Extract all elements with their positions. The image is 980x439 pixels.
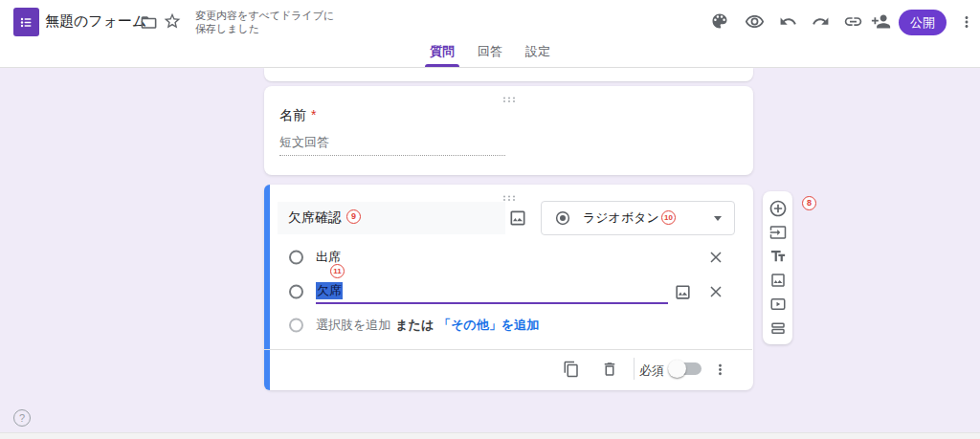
publish-button[interactable]: 公開	[899, 10, 947, 35]
add-image-icon[interactable]	[768, 270, 789, 291]
question-card-active[interactable]: 欠席確認 ラジオボタン 出席 欠席	[264, 185, 753, 390]
remove-option-icon[interactable]	[706, 248, 725, 267]
copy-link-icon[interactable]	[841, 10, 864, 33]
question-title-name: 名前*	[279, 107, 316, 124]
question-type-dropdown[interactable]: ラジオボタン	[541, 201, 735, 235]
question-title-value: 欠席確認	[288, 209, 342, 227]
form-title[interactable]: 無題のフォーム	[45, 12, 146, 31]
save-status-line1: 変更内容をすべてドライブに	[195, 9, 334, 22]
short-answer-placeholder: 短文回答	[279, 134, 505, 156]
star-icon[interactable]	[161, 10, 184, 33]
option-row-2: 欠席	[264, 277, 753, 306]
help-icon[interactable]: ?	[13, 409, 31, 427]
tab-settings[interactable]: 設定	[521, 43, 555, 67]
required-label: 必須	[639, 362, 664, 380]
question-type-label: ラジオボタン	[583, 209, 659, 227]
tab-questions[interactable]: 質問	[425, 43, 459, 67]
google-forms-editor: 無題のフォーム 変更内容をすべてドライブに 保存しました 公開	[0, 0, 980, 439]
redo-icon[interactable]	[809, 10, 832, 33]
add-collaborators-icon[interactable]	[869, 10, 892, 33]
annotation-10: 10	[661, 210, 676, 225]
radio-circle-icon	[289, 251, 303, 265]
add-option-link[interactable]: 選択肢を追加	[316, 318, 390, 332]
remove-option-icon[interactable]	[706, 282, 725, 301]
undo-icon[interactable]	[776, 10, 799, 33]
or-text: または	[395, 318, 434, 332]
radio-circle-icon	[289, 285, 303, 299]
question-card-name[interactable]: 名前* 短文回答	[264, 86, 753, 175]
option-add-image-icon[interactable]	[672, 281, 693, 302]
more-options-icon[interactable]	[955, 11, 978, 33]
side-toolbar	[763, 191, 792, 344]
option-text-input[interactable]: 欠席	[316, 279, 668, 304]
add-section-icon[interactable]	[768, 318, 789, 339]
toggle-knob	[668, 360, 686, 378]
more-options-icon[interactable]	[709, 359, 730, 380]
delete-icon[interactable]	[599, 359, 620, 380]
add-other-link[interactable]: 「その他」を追加	[438, 318, 539, 332]
required-asterisk: *	[311, 107, 316, 122]
required-toggle[interactable]	[670, 362, 702, 375]
annotation-11: 11	[330, 264, 345, 278]
horizontal-scrollbar[interactable]	[0, 432, 980, 439]
question-title-input[interactable]: 欠席確認	[278, 202, 505, 234]
option-selected-text: 欠席	[316, 282, 343, 299]
move-to-folder-icon[interactable]	[137, 11, 160, 33]
save-status: 変更内容をすべてドライブに 保存しました	[195, 9, 334, 35]
drag-handle-icon[interactable]	[501, 90, 517, 107]
question-title-text: 名前	[279, 107, 306, 122]
annotation-9: 9	[346, 209, 361, 224]
form-header-card-partial[interactable]	[264, 68, 753, 81]
chevron-down-icon	[714, 216, 722, 221]
option-row-add: 選択肢を追加または「その他」を追加	[264, 311, 753, 340]
footer-divider-vertical	[634, 358, 635, 380]
add-question-icon[interactable]	[768, 198, 789, 219]
tab-bar: 質問 回答 設定	[0, 43, 980, 67]
add-title-description-icon[interactable]	[768, 246, 789, 267]
annotation-8: 8	[802, 196, 816, 210]
radio-button-type-icon	[554, 209, 571, 227]
forms-logo-icon[interactable]	[13, 8, 39, 36]
import-questions-icon[interactable]	[768, 222, 789, 243]
add-option-row-text: 選択肢を追加または「その他」を追加	[316, 317, 539, 334]
radio-circle-icon	[289, 318, 303, 333]
preview-eye-icon[interactable]	[743, 10, 766, 33]
card-footer-divider	[264, 349, 752, 350]
add-video-icon[interactable]	[768, 294, 789, 315]
tab-responses[interactable]: 回答	[473, 43, 507, 67]
add-image-icon[interactable]	[507, 208, 528, 229]
top-bar: 無題のフォーム 変更内容をすべてドライブに 保存しました 公開	[0, 0, 980, 68]
duplicate-icon[interactable]	[561, 359, 582, 380]
save-status-line2: 保存しました	[195, 22, 334, 35]
theme-palette-icon[interactable]	[708, 10, 731, 33]
